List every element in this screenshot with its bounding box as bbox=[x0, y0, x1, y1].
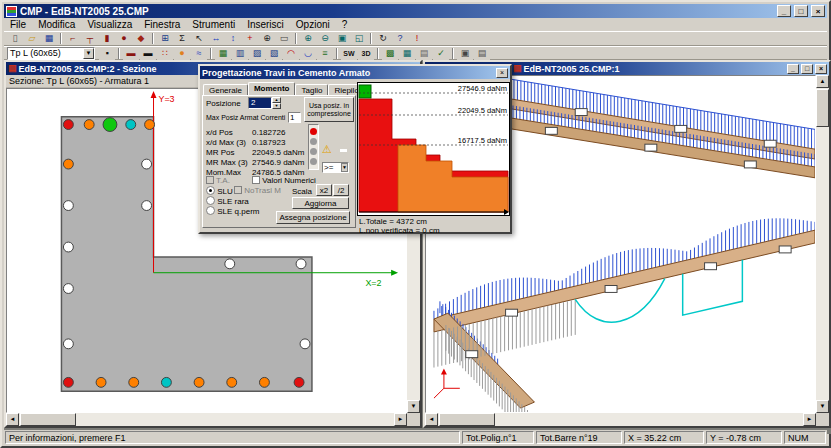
section-l-icon[interactable]: ⌐ bbox=[65, 32, 81, 45]
sle-qperm-radio[interactable]: SLE q.perm bbox=[206, 206, 259, 216]
snap-icon[interactable]: ⊕ bbox=[259, 32, 275, 45]
model-close-button[interactable]: × bbox=[815, 64, 827, 74]
slu-radio[interactable]: SLU bbox=[206, 186, 233, 196]
toolbar-row-1: ▯▱▦⌐┬▮●◆⊞Σ↖↔↕+⊕▭⊕⊖▣◱↻?! bbox=[4, 31, 827, 46]
beam-black-icon[interactable]: ▬ bbox=[140, 47, 156, 60]
chevron-down-icon[interactable]: ▼ bbox=[83, 48, 94, 59]
assegna-posizione-button[interactable]: Assegna posizione bbox=[276, 211, 350, 224]
scroll-left-icon[interactable]: ◄ bbox=[425, 413, 438, 426]
compression-block bbox=[359, 85, 371, 98]
menu-inserisci[interactable]: Inserisci bbox=[241, 19, 290, 30]
section-poly-icon[interactable]: ◆ bbox=[133, 32, 149, 45]
close-button[interactable]: × bbox=[811, 5, 825, 17]
section-circle-icon[interactable]: ● bbox=[116, 32, 132, 45]
sle-rara-radio[interactable]: SLE rara bbox=[206, 196, 249, 206]
scala-x2-button[interactable]: x2 bbox=[316, 184, 332, 196]
posizione-value[interactable]: 2 bbox=[248, 97, 272, 109]
redraw-icon[interactable]: ↻ bbox=[375, 32, 391, 45]
view-icon[interactable]: ▣ bbox=[457, 47, 473, 60]
rebar-circle-icon[interactable]: ● bbox=[174, 47, 190, 60]
open-icon[interactable]: ▱ bbox=[24, 32, 40, 45]
model-vertical-scrollbar[interactable]: ▲ ▼ bbox=[816, 75, 829, 413]
sw-icon[interactable]: SW bbox=[341, 47, 357, 60]
axial-icon[interactable]: ≡ bbox=[317, 47, 333, 60]
section-rect-icon[interactable]: ▮ bbox=[99, 32, 115, 45]
menu-opzioni[interactable]: Opzioni bbox=[290, 19, 336, 30]
zoom-in-icon[interactable]: ⊕ bbox=[300, 32, 316, 45]
sum-icon[interactable]: Σ bbox=[174, 32, 190, 45]
y-axis-arrow bbox=[151, 91, 157, 98]
threed-icon[interactable]: 3D bbox=[358, 47, 374, 60]
scroll-down-icon[interactable]: ▼ bbox=[816, 400, 829, 413]
section-horizontal-scrollbar[interactable]: ◄ ► bbox=[6, 413, 407, 426]
new-icon[interactable]: ▯ bbox=[7, 32, 23, 45]
chart-label-mrmax: 27546.9 daNm bbox=[458, 84, 507, 93]
help-icon[interactable]: ? bbox=[392, 32, 408, 45]
menu-strumenti[interactable]: Strumenti bbox=[186, 19, 241, 30]
print-view-icon[interactable]: ▤ bbox=[474, 47, 490, 60]
hatch-gray-icon[interactable]: ▤ bbox=[416, 47, 432, 60]
pointer-icon[interactable]: ▪ bbox=[99, 47, 115, 60]
dialog-titlebar[interactable]: Progettazione Travi in Cemento Armato × bbox=[200, 66, 510, 79]
titlebar[interactable]: CMP - EdB-NT2005 25.CMP _ □ × bbox=[4, 4, 827, 18]
model-maximize-button[interactable]: □ bbox=[801, 64, 813, 74]
ta-checkbox[interactable]: T.A. bbox=[206, 176, 230, 185]
wave-icon[interactable]: ≈ bbox=[191, 47, 207, 60]
model-horizontal-scrollbar[interactable]: ◄ ► bbox=[425, 413, 816, 426]
zoom-extents-icon[interactable]: ◱ bbox=[351, 32, 367, 45]
shear-icon[interactable]: ◡ bbox=[300, 47, 316, 60]
verify-icon[interactable]: ✓ bbox=[433, 47, 449, 60]
rebar-dot bbox=[145, 120, 155, 130]
save-icon[interactable]: ▦ bbox=[41, 32, 57, 45]
beam-red-icon[interactable]: ▬ bbox=[123, 47, 139, 60]
scroll-right-icon[interactable]: ► bbox=[803, 413, 816, 426]
ge-combobox[interactable]: >= ▼ bbox=[322, 162, 349, 173]
hatch-teal-icon[interactable]: ▦ bbox=[399, 47, 415, 60]
spin-down-icon[interactable]: ▼ bbox=[272, 103, 281, 109]
diagram-v-icon[interactable]: ▥ bbox=[232, 47, 248, 60]
hatch-green-icon[interactable]: ▩ bbox=[382, 47, 398, 60]
axes-icon[interactable]: ↖ bbox=[191, 32, 207, 45]
valori-numerici-checkbox[interactable]: Valori Numerici bbox=[252, 176, 316, 185]
moment-icon[interactable]: ◠ bbox=[283, 47, 299, 60]
menu-file[interactable]: File bbox=[4, 19, 32, 30]
table-icon[interactable]: ▦ bbox=[215, 47, 231, 60]
menu-finestra[interactable]: Finestra bbox=[138, 19, 186, 30]
info-icon[interactable]: ! bbox=[409, 32, 425, 45]
zoom-window-icon[interactable]: ▣ bbox=[334, 32, 350, 45]
minimize-button[interactable]: _ bbox=[777, 5, 791, 17]
scroll-thumb[interactable] bbox=[439, 413, 495, 426]
scroll-down-icon[interactable]: ▼ bbox=[407, 400, 420, 413]
scroll-thumb[interactable] bbox=[816, 89, 829, 127]
dialog-close-button[interactable]: × bbox=[496, 68, 508, 78]
max-posiz-field[interactable]: 1 bbox=[288, 112, 301, 123]
aggiorna-button[interactable]: Aggiorna bbox=[292, 197, 349, 209]
menu-help[interactable]: ? bbox=[336, 19, 354, 30]
menu-modifica[interactable]: Modifica bbox=[32, 19, 81, 30]
model-minimize-button[interactable]: _ bbox=[787, 64, 799, 74]
stretch-h-icon[interactable]: ↔ bbox=[208, 32, 224, 45]
diagram-cross-icon[interactable]: ▧ bbox=[266, 47, 282, 60]
section-t-icon[interactable]: ┬ bbox=[82, 32, 98, 45]
zoom-out-icon[interactable]: ⊖ bbox=[317, 32, 333, 45]
diagram-hatch-icon[interactable]: ▨ bbox=[249, 47, 265, 60]
status-num-lock: NUM bbox=[784, 431, 826, 444]
scroll-up-icon[interactable]: ▲ bbox=[816, 75, 829, 88]
chevron-down-icon[interactable]: ▼ bbox=[341, 163, 348, 172]
select-rect-icon[interactable]: ▭ bbox=[276, 32, 292, 45]
scroll-left-icon[interactable]: ◄ bbox=[6, 413, 19, 426]
posizione-spinner[interactable]: 2▲▼ bbox=[248, 97, 281, 109]
usa-posiz-button[interactable]: Usa posiz. in compressione bbox=[304, 97, 354, 122]
maximize-button[interactable]: □ bbox=[794, 5, 808, 17]
notrasl-checkbox[interactable]: NoTrasl M bbox=[234, 186, 281, 195]
tab-momento[interactable]: Momento bbox=[248, 82, 296, 96]
menu-visualizza[interactable]: Visualizza bbox=[81, 19, 138, 30]
grid-icon[interactable]: ⊞ bbox=[157, 32, 173, 45]
add-node-icon[interactable]: + bbox=[242, 32, 258, 45]
stretch-v-icon[interactable]: ↕ bbox=[225, 32, 241, 45]
scroll-thumb[interactable] bbox=[20, 413, 76, 426]
scroll-right-icon[interactable]: ► bbox=[394, 413, 407, 426]
section-type-combobox[interactable]: Tp L (60x65) ▼ bbox=[7, 47, 95, 60]
rebar-points-icon[interactable]: ∷ bbox=[157, 47, 173, 60]
scala-div2-button[interactable]: /2 bbox=[333, 184, 349, 196]
